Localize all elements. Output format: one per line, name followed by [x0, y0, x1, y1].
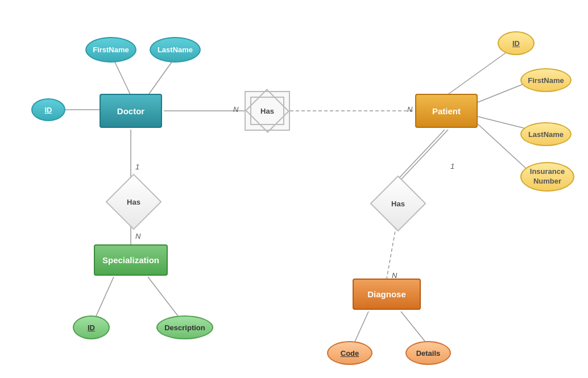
attr-pat-insurance-label: Insurance Number: [521, 167, 573, 186]
entity-diagnose: Diagnose: [353, 279, 421, 310]
attr-doc-firstname-label: FirstName: [93, 45, 129, 54]
attr-doc-id-label: ID: [45, 106, 52, 114]
specialization-label: Specialization: [102, 255, 159, 265]
attr-spec-desc-label: Description: [164, 323, 205, 332]
attr-pat-id: ID: [498, 31, 535, 55]
diagnose-label: Diagnose: [367, 289, 406, 299]
doctor-label: Doctor: [117, 106, 144, 116]
card-doc-patient-n-left: N: [233, 105, 238, 114]
card-doc-patient-n-right: N: [407, 105, 412, 114]
attr-doc-id: ID: [31, 98, 65, 121]
svg-line-1: [148, 60, 173, 95]
attr-doc-lastname: LastName: [150, 37, 201, 63]
er-diagram: Doctor FirstName LastName ID Has 1 N Spe…: [0, 0, 588, 378]
attr-spec-desc: Description: [156, 315, 213, 339]
card-pat-diag-1: 1: [450, 162, 454, 171]
attr-pat-lastname: LastName: [520, 122, 572, 146]
rel-doc-spec: Has: [111, 179, 156, 225]
entity-doctor: Doctor: [100, 94, 162, 128]
attr-diag-details: Details: [405, 341, 451, 365]
rel-doc-spec-label: Has: [127, 198, 140, 206]
attr-spec-id: ID: [73, 315, 110, 339]
entity-patient: Patient: [415, 94, 478, 128]
attr-diag-details-label: Details: [416, 349, 441, 358]
svg-line-13: [398, 130, 445, 179]
attr-pat-firstname-label: FirstName: [528, 76, 564, 85]
rel-doc-patient: Has: [245, 91, 290, 131]
patient-label: Patient: [432, 106, 461, 116]
card-doc-spec-1: 1: [135, 163, 139, 171]
rel-pat-diag-label: Has: [391, 200, 405, 208]
rel-doc-patient-label: Has: [260, 107, 274, 115]
svg-line-14: [401, 130, 448, 179]
entity-specialization: Specialization: [94, 244, 168, 276]
attr-spec-id-label: ID: [88, 323, 95, 332]
attr-pat-lastname-label: LastName: [528, 130, 564, 139]
attr-pat-firstname: FirstName: [520, 68, 572, 92]
attr-diag-code-label: Code: [341, 349, 359, 358]
svg-line-5: [94, 277, 114, 321]
svg-line-6: [148, 277, 182, 321]
svg-line-0: [114, 60, 131, 95]
rel-pat-diag: Has: [375, 181, 421, 226]
attr-doc-lastname-label: LastName: [158, 45, 193, 54]
attr-pat-insurance: Insurance Number: [520, 162, 574, 192]
attr-doc-firstname: FirstName: [85, 37, 136, 63]
card-doc-spec-n: N: [135, 232, 140, 240]
attr-pat-id-label: ID: [512, 39, 520, 48]
attr-diag-code: Code: [327, 341, 372, 365]
